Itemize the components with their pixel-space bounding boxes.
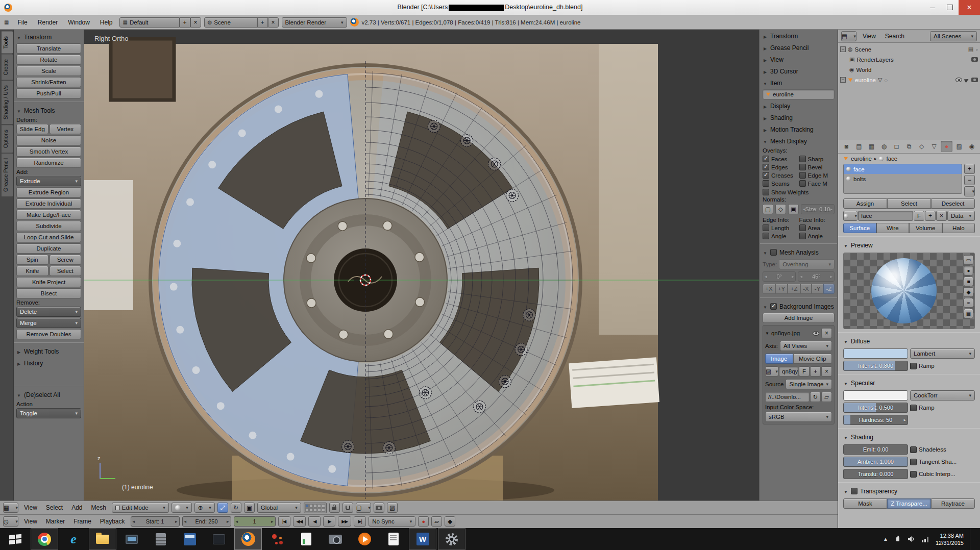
axis-negative-y-button[interactable]: -Y (812, 284, 823, 294)
panel-header-np-display[interactable]: Display (763, 101, 835, 111)
taskbar-blender[interactable] (234, 528, 262, 550)
timeline-menu-frame[interactable]: Frame (70, 517, 94, 526)
tab-create[interactable]: Create (2, 55, 13, 80)
rotate-button[interactable]: Rotate (16, 55, 81, 65)
tray-clock[interactable]: 12:38 AM 12/31/2015 (936, 532, 964, 546)
link-mode-dropdown[interactable]: Data (947, 211, 975, 221)
colorspace-dropdown[interactable]: sRGB (765, 412, 832, 422)
panel-header-np-view[interactable]: View (763, 54, 835, 65)
timeline-menu-marker[interactable]: Marker (43, 517, 68, 526)
material-slot-bolts[interactable]: bolts (844, 174, 962, 184)
preview-cube-button[interactable]: ■ (964, 277, 973, 286)
specular-color-swatch[interactable] (843, 390, 908, 401)
deselect-button[interactable]: Deselect (931, 198, 975, 209)
panel-header-np-transform[interactable]: Transform (763, 31, 835, 41)
tab-shading-uvs[interactable]: Shading / UVs (2, 81, 13, 124)
ambient-slider[interactable]: Ambien: 1.000 (843, 457, 908, 467)
material-type-halo[interactable]: Halo (942, 223, 975, 233)
taskbar-app-dark-window[interactable] (205, 528, 233, 550)
show-weights-checkbox[interactable] (763, 189, 769, 195)
panel-header-specular[interactable]: Specular (843, 378, 975, 388)
mode-dropdown[interactable]: Edit Mode (112, 503, 169, 513)
taskbar-app-camera[interactable] (322, 528, 349, 550)
cubic-interpolation-checkbox[interactable] (910, 471, 917, 478)
tangent-shading-checkbox[interactable] (910, 459, 917, 465)
manipulator-rotate-toggle[interactable]: ↻ (231, 503, 241, 513)
specular-ramp-checkbox[interactable] (910, 405, 917, 411)
material-type-volume[interactable]: Volume (909, 223, 942, 233)
tab-material[interactable]: ● (941, 141, 952, 152)
material-specials-dropdown[interactable] (964, 186, 975, 196)
menu-window[interactable]: Window (64, 17, 93, 28)
previous-keyframe-button[interactable]: ◀◀ (293, 516, 306, 527)
delete-dropdown[interactable]: Delete (16, 307, 81, 317)
jump-to-end-button[interactable]: ▶| (354, 516, 366, 527)
next-keyframe-button[interactable]: ▶▶ (338, 516, 351, 527)
transparency-checkbox[interactable] (851, 488, 857, 494)
material-browse-dropdown[interactable] (843, 211, 857, 221)
preview-sphere-button[interactable]: ● (964, 266, 973, 276)
knife-select-button[interactable]: Select (50, 266, 82, 276)
taskbar-internet-explorer[interactable] (60, 528, 87, 550)
panel-header-mesh-display[interactable]: Mesh Display (763, 136, 835, 146)
background-images-checkbox[interactable] (770, 303, 777, 310)
tab-scene[interactable]: ▦ (866, 141, 877, 152)
panel-header-history[interactable]: History (16, 358, 81, 368)
movie-clip-source-tab[interactable]: Movie Clip (793, 354, 832, 364)
viewport-menu-mesh[interactable]: Mesh (88, 503, 109, 512)
open-file-browser-button[interactable]: ▱ (821, 392, 832, 402)
tab-modifiers[interactable]: ◇ (916, 141, 927, 152)
breadcrumb-object[interactable]: euroline (851, 156, 872, 162)
viewport-menu-select[interactable]: Select (43, 503, 66, 512)
new-image-button[interactable] (810, 366, 821, 377)
manipulator-scale-toggle[interactable]: ▣ (244, 503, 255, 513)
diffuse-intensity-slider[interactable]: Intensit: 0.800 (843, 361, 908, 371)
scale-button[interactable]: Scale (16, 66, 81, 76)
tab-options[interactable]: Options (2, 125, 13, 153)
mesh-analysis-checkbox[interactable] (770, 249, 777, 256)
panel-header-transparency[interactable]: Transparency (843, 486, 975, 496)
panel-header-deselect-all[interactable]: (De)select All (16, 389, 81, 400)
shrink-fatten-button[interactable]: Shrink/Fatten (16, 77, 81, 87)
add-layout-button[interactable] (180, 17, 190, 28)
play-reverse-button[interactable]: ◀ (308, 516, 321, 527)
screen-layout-dropdown[interactable]: ▦Default (119, 17, 180, 28)
material-type-wire[interactable]: Wire (876, 223, 910, 233)
smooth-vertex-button[interactable]: Smooth Vertex (16, 146, 81, 157)
timeline-menu-playback[interactable]: Playback (97, 517, 128, 526)
knife-button[interactable]: Knife (16, 266, 48, 276)
bisect-button[interactable]: Bisect (16, 288, 81, 298)
tab-physics[interactable]: ◉ (966, 141, 977, 152)
outliner-editor-type-button[interactable]: ▤ (841, 31, 856, 41)
panel-header-background-images[interactable]: Background Images (763, 301, 835, 312)
panel-header-np-grease-pencil[interactable]: Grease Pencil (763, 42, 835, 53)
preview-world-button[interactable]: ▦ (964, 309, 973, 318)
hardness-slider[interactable]: Hardness: 50 (843, 415, 908, 425)
remove-scene-button[interactable] (268, 17, 279, 28)
manipulator-translate-toggle[interactable]: ⤢ (217, 503, 228, 513)
panel-header-mesh-analysis[interactable]: Mesh Analysis (763, 247, 835, 258)
tray-power-icon[interactable] (894, 536, 901, 542)
extrude-region-button[interactable]: Extrude Region (16, 187, 81, 197)
loop-cut-button[interactable]: Loop Cut and Slide (16, 232, 81, 242)
remove-layout-button[interactable] (190, 17, 201, 28)
taskbar-settings[interactable] (438, 528, 465, 550)
slide-vertex-button[interactable]: Vertex (50, 124, 82, 134)
breadcrumb-material[interactable]: face (886, 156, 897, 162)
outliner-row-world[interactable]: ◉ World (840, 65, 978, 74)
selectability-arrow-icon[interactable] (964, 77, 970, 83)
preview-hair-button[interactable]: ≈ (964, 298, 973, 308)
taskbar-chrome[interactable] (31, 528, 58, 550)
diffuse-ramp-checkbox[interactable] (910, 363, 917, 369)
taskbar-media-player[interactable] (351, 528, 378, 550)
randomize-button[interactable]: Randomize (16, 158, 81, 168)
show-desktop-button[interactable] (970, 528, 973, 550)
panel-header-diffuse[interactable]: Diffuse (843, 336, 975, 346)
knife-project-button[interactable]: Knife Project (16, 277, 81, 287)
editor-type-button[interactable]: ▦ (3, 503, 18, 513)
bevel-checkbox[interactable] (799, 164, 806, 170)
taskbar-app-chart-document[interactable] (292, 528, 320, 550)
add-material-slot-button[interactable] (964, 164, 975, 174)
tray-network-icon[interactable] (921, 536, 929, 542)
push-pull-button[interactable]: Push/Pull (16, 88, 81, 98)
